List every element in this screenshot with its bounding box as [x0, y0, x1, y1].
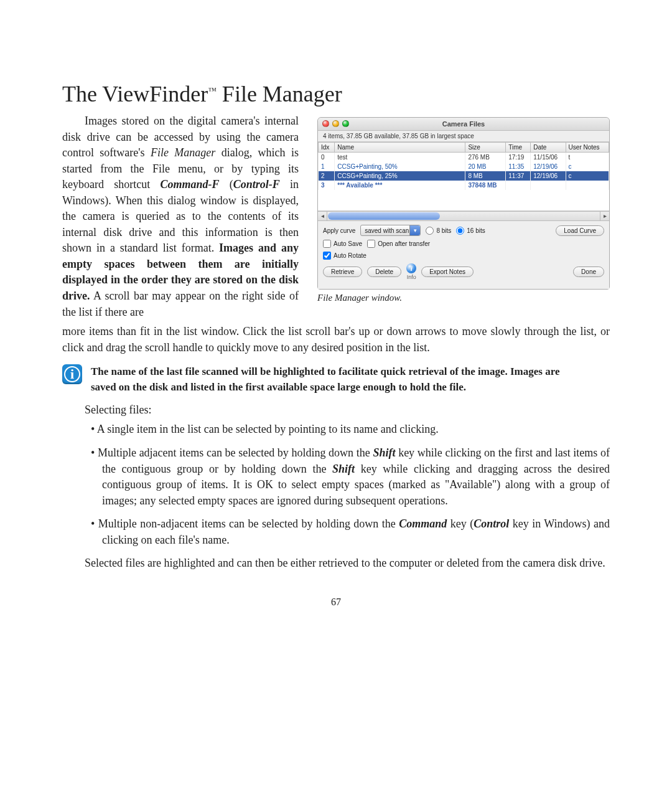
radio-16bits[interactable]: 16 bits [456, 227, 485, 235]
col-date[interactable]: Date [531, 143, 566, 153]
apply-curve-label: Apply curve [323, 227, 355, 234]
list-item: Multiple non-adjacent items can be selec… [91, 516, 610, 548]
continuation-paragraph: more items than fit in the list window. … [62, 324, 610, 356]
selecting-files-lead: Selecting files: [62, 404, 610, 417]
col-notes[interactable]: User Notes [566, 143, 609, 153]
autosave-checkbox[interactable]: Auto Save [323, 240, 362, 248]
files-table[interactable]: Idx Name Size Time Date User Notes 0test… [318, 142, 609, 190]
list-item: A single item in the list can be selecte… [91, 422, 610, 438]
table-row-available[interactable]: 3*** Available *** 37848 MB [319, 181, 609, 190]
scroll-left-icon[interactable]: ◂ [318, 212, 327, 220]
radio-8bits[interactable]: 8 bits [426, 227, 451, 235]
retrieve-button[interactable]: Retrieve [323, 267, 362, 277]
page-number: 67 [62, 597, 610, 608]
table-row[interactable]: 1CCSG+Painting, 50% 20 MB11:35 12/19/06c [319, 162, 609, 171]
table-row[interactable]: 0test 276 MB17:19 11/15/06t [319, 153, 609, 163]
intro-paragraph: Images stored on the digital camera's in… [62, 113, 299, 324]
minimize-icon[interactable] [332, 120, 339, 127]
delete-button[interactable]: Delete [367, 267, 401, 277]
col-idx[interactable]: Idx [319, 143, 335, 153]
chevron-down-icon: ▾ [409, 225, 420, 235]
horizontal-scrollbar[interactable]: ◂ ▸ [318, 211, 609, 221]
status-bar: 4 items, 37.85 GB available, 37.85 GB in… [318, 131, 609, 142]
figure-caption: File Manager window. [317, 293, 610, 303]
info-note: i The name of the last file scanned will… [62, 364, 610, 395]
close-icon[interactable] [322, 120, 329, 127]
note-text: The name of the last file scanned will b… [91, 364, 576, 395]
figure-file-manager: Camera Files 4 items, 37.85 GB available… [317, 117, 610, 303]
curve-select[interactable]: saved with scan ▾ [360, 225, 421, 236]
done-button[interactable]: Done [573, 267, 604, 277]
export-notes-button[interactable]: Export Notes [421, 267, 474, 277]
load-curve-button[interactable]: Load Curve [556, 225, 604, 236]
scroll-right-icon[interactable]: ▸ [600, 212, 609, 220]
window-titlebar: Camera Files [318, 118, 609, 131]
info-icon: i [62, 364, 82, 384]
window-title: Camera Files [442, 120, 485, 128]
list-item: Multiple adjacent items can be selected … [91, 445, 610, 509]
autorotate-checkbox[interactable]: Auto Rotate [323, 252, 366, 260]
col-time[interactable]: Time [506, 143, 531, 153]
info-icon: i [406, 263, 416, 273]
closing-paragraph: Selected files are highlighted and can t… [62, 555, 610, 572]
scroll-thumb[interactable] [328, 212, 440, 220]
col-size[interactable]: Size [465, 143, 506, 153]
table-row-selected[interactable]: 2CCSG+Painting, 25% 8 MB11:37 12/19/06c [319, 171, 609, 181]
open-after-checkbox[interactable]: Open after transfer [367, 240, 430, 248]
zoom-icon[interactable] [342, 120, 349, 127]
col-name[interactable]: Name [335, 143, 465, 153]
selection-rules-list: A single item in the list can be selecte… [91, 422, 610, 548]
info-button[interactable]: i Info [406, 263, 416, 280]
page-title: The ViewFinder™ File Manager [62, 81, 610, 107]
camera-files-window: Camera Files 4 items, 37.85 GB available… [317, 117, 610, 290]
